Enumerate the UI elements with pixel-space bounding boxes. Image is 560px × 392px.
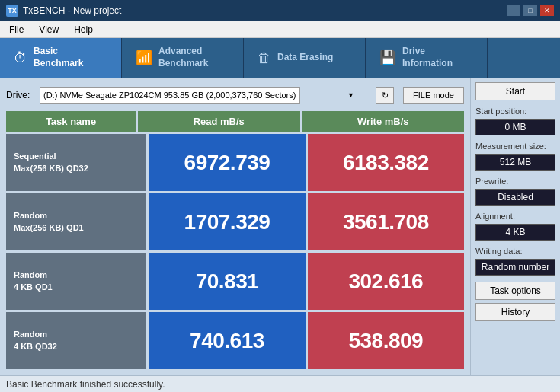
task-name-sequential-qd32: SequentialMax(256 KB) QD32 [6,134,146,191]
table-row: Random4 KB QD1 70.831 302.616 [6,253,464,310]
start-position-value: 0 MB [475,119,555,135]
table-row: Random4 KB QD32 740.613 538.809 [6,312,464,369]
col-header-read: Read mB/s [138,111,300,132]
menu-bar: File View Help [0,21,560,38]
writing-data-label: Writing data: [475,247,555,256]
drive-information-icon: 💾 [379,49,396,66]
start-position-label: Start position: [475,107,555,116]
tab-bar: ⏱ BasicBenchmark 📶 AdvancedBenchmark 🗑 D… [0,38,560,78]
drive-label: Drive: [6,90,34,100]
write-value-random-4kb-qd32: 538.809 [308,312,464,369]
write-value-random-4kb-qd1: 302.616 [308,253,464,310]
maximize-button[interactable]: □ [523,5,537,16]
tab-advanced-benchmark[interactable]: 📶 AdvancedBenchmark [122,38,244,78]
prewrite-value: Disabled [475,189,555,206]
col-header-task: Task name [6,111,136,132]
app-icon: TX [6,5,18,17]
app-title: TxBENCH - New project [23,5,121,16]
left-panel: Drive: (D:) NVMe Seagate ZP1024CM 953.85… [0,78,470,375]
menu-file[interactable]: File [6,24,27,36]
benchmark-table: Task name Read mB/s Write mB/s Sequentia… [6,111,464,369]
task-name-random-4kb-qd1: Random4 KB QD1 [6,253,146,310]
tab-basic-benchmark-label: BasicBenchmark [34,46,83,69]
title-bar: TX TxBENCH - New project — □ ✕ [0,0,560,21]
measurement-size-value: 512 MB [475,154,555,171]
measurement-size-label: Measurement size: [475,142,555,151]
drive-select-wrapper: (D:) NVMe Seagate ZP1024CM 953.85 GB (2,… [40,87,370,104]
file-mode-button[interactable]: FILE mode [403,87,464,104]
data-erasing-icon: 🗑 [258,50,271,66]
read-value-sequential-qd32: 6972.739 [149,134,305,191]
tab-data-erasing-label: Data Erasing [277,52,333,64]
drive-refresh-button[interactable]: ↻ [376,87,394,104]
minimize-button[interactable]: — [507,5,520,16]
table-row: RandomMax(256 KB) QD1 1707.329 3561.708 [6,193,464,250]
main-content: Drive: (D:) NVMe Seagate ZP1024CM 953.85… [0,78,560,375]
tab-basic-benchmark[interactable]: ⏱ BasicBenchmark [0,38,122,78]
read-value-random-256kb-qd1: 1707.329 [149,193,305,250]
history-button[interactable]: History [475,303,555,321]
drive-row: Drive: (D:) NVMe Seagate ZP1024CM 953.85… [6,84,464,107]
drive-select[interactable]: (D:) NVMe Seagate ZP1024CM 953.85 GB (2,… [40,87,300,104]
write-value-sequential-qd32: 6183.382 [308,134,464,191]
tab-drive-information-label: DriveInformation [402,46,453,69]
status-bar: Basic Benchmark finished successfully. [0,375,560,392]
tab-advanced-benchmark-label: AdvancedBenchmark [158,46,208,69]
read-value-random-4kb-qd32: 740.613 [149,312,305,369]
write-value-random-256kb-qd1: 3561.708 [308,193,464,250]
menu-help[interactable]: Help [71,24,96,36]
writing-data-value: Random number [475,259,555,276]
prewrite-label: Prewrite: [475,177,555,186]
task-options-button[interactable]: Task options [475,282,555,300]
advanced-benchmark-icon: 📶 [136,49,152,66]
read-value-random-4kb-qd1: 70.831 [149,253,305,310]
col-header-write: Write mB/s [302,111,465,132]
menu-view[interactable]: View [36,24,62,36]
table-row: SequentialMax(256 KB) QD32 6972.739 6183… [6,134,464,191]
task-name-random-256kb-qd1: RandomMax(256 KB) QD1 [6,193,146,250]
right-panel: Start Start position: 0 MB Measurement s… [470,78,560,375]
tab-data-erasing[interactable]: 🗑 Data Erasing [244,38,366,78]
basic-benchmark-icon: ⏱ [14,50,27,66]
window-controls: — □ ✕ [507,5,554,16]
tab-drive-information[interactable]: 💾 DriveInformation [366,38,488,78]
close-button[interactable]: ✕ [540,5,554,16]
start-button[interactable]: Start [475,82,555,100]
status-text: Basic Benchmark finished successfully. [6,379,165,390]
alignment-value: 4 KB [475,224,555,241]
title-bar-left: TX TxBENCH - New project [6,5,121,17]
task-name-random-4kb-qd32: Random4 KB QD32 [6,312,146,369]
alignment-label: Alignment: [475,212,555,221]
table-header: Task name Read mB/s Write mB/s [6,111,464,132]
